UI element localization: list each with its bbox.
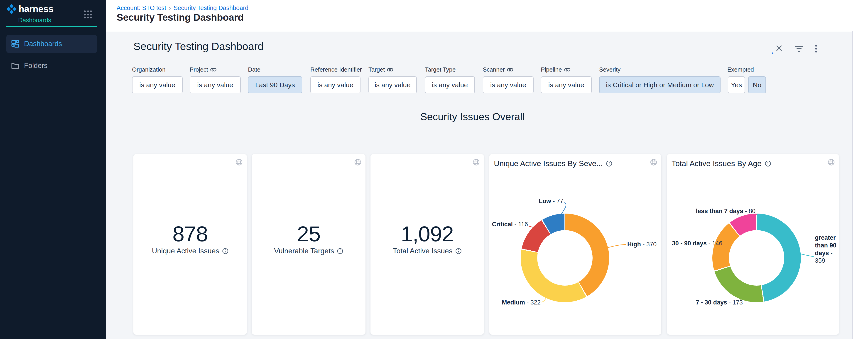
filter-label-pipeline: Pipeline bbox=[541, 66, 570, 73]
info-icon[interactable] bbox=[455, 248, 462, 254]
filter-value-reference-identifier[interactable]: is any value bbox=[310, 76, 361, 93]
top-header: Account: STO test › Security Testing Das… bbox=[106, 0, 868, 31]
filter-label-date: Date bbox=[248, 66, 260, 73]
page-title: Security Testing Dashboard bbox=[117, 12, 244, 23]
stat-card-unique-active-issues: 878 Unique Active Issues bbox=[133, 154, 247, 335]
harness-logo-icon bbox=[6, 4, 17, 14]
globe-icon[interactable] bbox=[650, 159, 657, 167]
chart-card-issues-by-age: Total Active Issues By Age less than 7 d… bbox=[667, 154, 839, 335]
filter-value-scanner[interactable]: is any value bbox=[483, 76, 534, 93]
chart-title: Total Active Issues By Age bbox=[672, 159, 771, 168]
stat-value: 878 bbox=[133, 222, 247, 246]
section-title: Security Issues Overall bbox=[106, 111, 839, 123]
harness-logo[interactable]: harness bbox=[6, 4, 54, 14]
filter-value-severity[interactable]: is Critical or High or Medium or Low bbox=[599, 76, 720, 93]
notification-dot bbox=[772, 53, 773, 54]
sidebar-accent-divider bbox=[6, 26, 97, 27]
callout-medium: Medium - 322 bbox=[502, 299, 540, 306]
close-filters-button[interactable] bbox=[775, 45, 784, 53]
filter-label-severity: Severity bbox=[599, 66, 620, 73]
filter-value-date[interactable]: Last 90 Days bbox=[248, 76, 302, 93]
callout-high: High - 370 bbox=[627, 241, 656, 248]
globe-icon[interactable] bbox=[236, 159, 243, 167]
link-icon bbox=[507, 68, 513, 72]
more-options-button[interactable] bbox=[815, 45, 817, 53]
stat-value: 1,092 bbox=[370, 222, 484, 246]
stat-card-total-active-issues: 1,092 Total Active Issues bbox=[370, 154, 484, 335]
stat-label: Vulnerable Targets bbox=[252, 247, 366, 255]
sidebar: harness Dashboards Dashboards Folders bbox=[0, 0, 106, 339]
stat-label: Unique Active Issues bbox=[133, 247, 247, 255]
harness-dashboard-app: harness Dashboards Dashboards Folders bbox=[0, 0, 868, 339]
link-icon bbox=[387, 68, 393, 72]
stat-card-vulnerable-targets: 25 Vulnerable Targets bbox=[252, 154, 366, 335]
filter-value-target-type[interactable]: is any value bbox=[425, 76, 475, 93]
module-grid-icon[interactable] bbox=[84, 10, 92, 19]
filter-label-reference-identifier: Reference Identifier bbox=[310, 66, 362, 73]
filter-label-exempted: Exempted bbox=[727, 66, 754, 73]
stat-value: 25 bbox=[252, 222, 366, 246]
product-name: Dashboards bbox=[18, 17, 51, 24]
sidebar-item-label: Folders bbox=[24, 62, 48, 70]
sidebar-item-folders[interactable]: Folders bbox=[6, 57, 97, 75]
callout-7-30-days: 7 - 30 days - 173 bbox=[696, 299, 743, 306]
sidebar-item-label: Dashboards bbox=[24, 40, 62, 48]
breadcrumb-chevron-icon: › bbox=[169, 4, 171, 11]
globe-icon[interactable] bbox=[354, 159, 362, 167]
globe-icon[interactable] bbox=[828, 159, 835, 167]
filter-label-organization: Organization bbox=[132, 66, 165, 73]
globe-icon[interactable] bbox=[472, 159, 480, 167]
link-icon bbox=[564, 68, 570, 72]
breadcrumb-page-link[interactable]: Security Testing Dashboard bbox=[174, 4, 248, 11]
folder-icon bbox=[11, 62, 19, 69]
filter-value-organization[interactable]: is any value bbox=[132, 76, 183, 93]
donut-chart-severity[interactable] bbox=[521, 214, 609, 302]
stat-label: Total Active Issues bbox=[370, 247, 484, 255]
exempted-no-button[interactable]: No bbox=[748, 76, 766, 93]
callout-30-90-days: 30 - 90 days - 146 bbox=[672, 240, 722, 247]
link-icon bbox=[210, 68, 216, 72]
filter-value-target[interactable]: is any value bbox=[368, 76, 417, 93]
chart-card-issues-by-severity: Unique Active Issues By Seve... Low - 77… bbox=[489, 154, 661, 335]
filter-value-project[interactable]: is any value bbox=[190, 76, 241, 93]
callout-low: Low - 77 bbox=[539, 198, 563, 205]
dashboard-title: Security Testing Dashboard bbox=[133, 40, 264, 53]
info-icon[interactable] bbox=[337, 248, 343, 254]
chart-title: Unique Active Issues By Seve... bbox=[494, 159, 612, 168]
filter-value-pipeline[interactable]: is any value bbox=[541, 76, 592, 93]
info-icon[interactable] bbox=[222, 248, 228, 254]
callout-less-than-7-days: less than 7 days - 80 bbox=[696, 208, 755, 215]
filter-label-target: Target bbox=[368, 66, 393, 73]
callout-critical: Critical - 116 bbox=[492, 221, 528, 228]
exempted-yes-button[interactable]: Yes bbox=[728, 76, 745, 93]
sidebar-item-dashboards[interactable]: Dashboards bbox=[6, 35, 97, 53]
filter-label-scanner: Scanner bbox=[483, 66, 513, 73]
dashboards-icon bbox=[11, 40, 19, 48]
filter-label-project: Project bbox=[190, 66, 216, 73]
right-gutter bbox=[852, 0, 868, 339]
filter-icon[interactable] bbox=[795, 46, 803, 52]
callout-greater-than-90-days: greater than 90 days - 359 bbox=[815, 234, 840, 265]
info-icon[interactable] bbox=[765, 161, 771, 167]
breadcrumb: Account: STO test › Security Testing Das… bbox=[117, 4, 248, 11]
filter-label-target-type: Target Type bbox=[425, 66, 456, 73]
brand-name: harness bbox=[19, 4, 54, 14]
info-icon[interactable] bbox=[606, 161, 612, 167]
donut-chart-age[interactable] bbox=[712, 214, 801, 302]
dashboard-content: Security Testing Dashboard Organization … bbox=[106, 32, 852, 339]
breadcrumb-account-link[interactable]: Account: STO test bbox=[117, 4, 166, 11]
